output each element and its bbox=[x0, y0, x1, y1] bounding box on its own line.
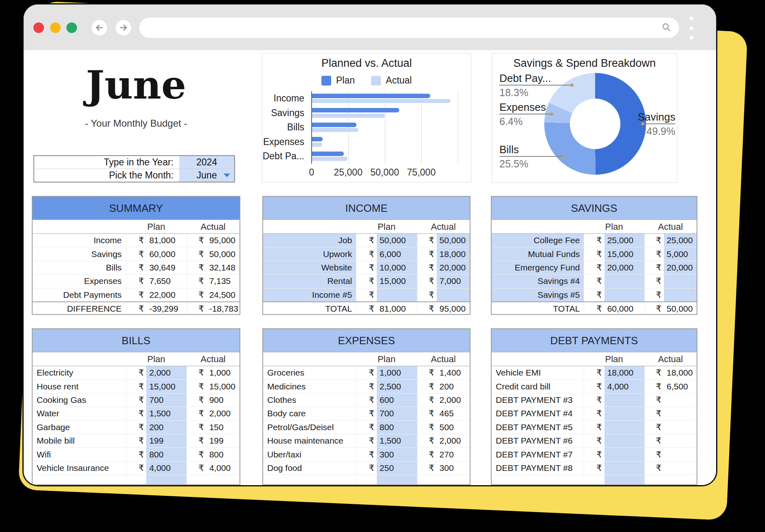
plan-value-cell[interactable]: -39,299 bbox=[146, 302, 187, 315]
row-label-cell[interactable]: DEBT PAYMENT #3 bbox=[492, 394, 584, 407]
row-label-cell[interactable]: Credit card bill bbox=[492, 380, 584, 393]
actual-value-cell[interactable] bbox=[664, 275, 697, 288]
actual-currency-cell[interactable]: ₹ bbox=[644, 421, 664, 434]
actual-value-cell[interactable]: 24,500 bbox=[207, 288, 240, 301]
row-label-cell[interactable]: Job bbox=[263, 234, 356, 247]
plan-currency-cell[interactable]: ₹ bbox=[126, 261, 147, 274]
plan-value-cell[interactable] bbox=[377, 288, 417, 301]
plan-currency-cell[interactable]: ₹ bbox=[356, 462, 377, 475]
plan-currency-cell[interactable]: ₹ bbox=[126, 448, 147, 461]
actual-value-cell[interactable] bbox=[437, 288, 470, 301]
actual-value-cell[interactable]: 18,000 bbox=[664, 366, 697, 379]
row-label-cell[interactable]: Petrol/Gas/Deisel bbox=[263, 421, 356, 434]
actual-value-cell[interactable]: 6,500 bbox=[664, 380, 697, 393]
plan-value-cell[interactable]: 20,000 bbox=[605, 261, 644, 274]
row-label-cell[interactable]: DEBT PAYMENT #6 bbox=[492, 434, 584, 447]
actual-currency-cell[interactable]: ₹ bbox=[417, 434, 437, 447]
row-label-cell[interactable]: Income bbox=[33, 234, 126, 247]
actual-value-cell[interactable]: 18,000 bbox=[437, 247, 470, 260]
row-label-cell[interactable]: Expenses bbox=[33, 275, 126, 288]
actual-currency-cell[interactable]: ₹ bbox=[644, 288, 664, 301]
actual-currency-cell[interactable]: ₹ bbox=[644, 302, 664, 315]
plan-value-cell[interactable]: 15,000 bbox=[146, 380, 187, 393]
actual-currency-cell[interactable]: ₹ bbox=[644, 380, 664, 393]
actual-value-cell[interactable]: 15,000 bbox=[207, 380, 240, 393]
plan-value-cell[interactable]: 22,000 bbox=[146, 288, 187, 301]
plan-currency-cell[interactable]: ₹ bbox=[126, 247, 147, 260]
year-input[interactable]: 2024 bbox=[179, 156, 234, 169]
actual-value-cell[interactable]: 32,148 bbox=[207, 261, 240, 274]
actual-currency-cell[interactable]: ₹ bbox=[644, 462, 664, 475]
plan-currency-cell[interactable]: ₹ bbox=[584, 421, 604, 434]
actual-value-cell[interactable]: 500 bbox=[437, 421, 470, 434]
plan-currency-cell[interactable]: ₹ bbox=[126, 275, 147, 288]
actual-value-cell[interactable]: 2,000 bbox=[437, 434, 470, 447]
plan-currency-cell[interactable]: ₹ bbox=[356, 434, 377, 447]
actual-value-cell[interactable]: 25,000 bbox=[664, 234, 697, 247]
row-label-cell[interactable]: Savings bbox=[33, 247, 126, 260]
plan-currency-cell[interactable]: ₹ bbox=[356, 407, 377, 420]
plan-currency-cell[interactable]: ₹ bbox=[584, 462, 604, 475]
plan-currency-cell[interactable]: ₹ bbox=[356, 394, 377, 407]
actual-currency-cell[interactable]: ₹ bbox=[187, 448, 206, 461]
plan-value-cell[interactable] bbox=[605, 288, 644, 301]
plan-value-cell[interactable]: 18,000 bbox=[605, 366, 644, 379]
plan-currency-cell[interactable]: ₹ bbox=[126, 394, 147, 407]
plan-value-cell[interactable]: 60,000 bbox=[146, 247, 187, 260]
plan-currency-cell[interactable]: ₹ bbox=[584, 380, 604, 393]
minimize-button[interactable] bbox=[50, 22, 61, 33]
actual-value-cell[interactable]: 50,000 bbox=[664, 302, 697, 315]
actual-value-cell[interactable] bbox=[664, 421, 697, 434]
actual-value-cell[interactable]: 800 bbox=[207, 448, 240, 461]
plan-currency-cell[interactable]: ₹ bbox=[584, 247, 604, 260]
actual-currency-cell[interactable]: ₹ bbox=[187, 380, 206, 393]
actual-value-cell[interactable]: 5,000 bbox=[664, 247, 697, 260]
plan-currency-cell[interactable]: ₹ bbox=[126, 434, 147, 447]
row-label-cell[interactable]: TOTAL bbox=[492, 302, 584, 315]
row-label-cell[interactable]: DEBT PAYMENT #7 bbox=[492, 448, 584, 461]
plan-currency-cell[interactable]: ₹ bbox=[356, 288, 377, 301]
actual-value-cell[interactable]: 465 bbox=[437, 407, 470, 420]
plan-value-cell[interactable]: 81,000 bbox=[146, 234, 187, 247]
row-label-cell[interactable]: Vehicle Insaurance bbox=[33, 462, 126, 475]
plan-currency-cell[interactable]: ₹ bbox=[584, 448, 604, 461]
actual-currency-cell[interactable]: ₹ bbox=[417, 302, 437, 315]
row-label-cell[interactable]: Groceries bbox=[263, 366, 356, 379]
row-label-cell[interactable]: House maintenance bbox=[263, 434, 356, 447]
plan-currency-cell[interactable]: ₹ bbox=[584, 234, 604, 247]
row-label-cell[interactable]: Mutual Funds bbox=[492, 247, 584, 260]
row-label-cell[interactable]: DEBT PAYMENT #5 bbox=[492, 421, 584, 434]
plan-value-cell[interactable]: 4,000 bbox=[146, 462, 187, 475]
plan-currency-cell[interactable]: ₹ bbox=[126, 366, 147, 379]
actual-value-cell[interactable]: 1,000 bbox=[207, 366, 240, 379]
row-label-cell[interactable]: TOTAL bbox=[263, 302, 356, 315]
actual-currency-cell[interactable]: ₹ bbox=[417, 462, 437, 475]
actual-value-cell[interactable]: -18,783 bbox=[207, 302, 240, 315]
actual-value-cell[interactable]: 300 bbox=[437, 462, 470, 475]
plan-currency-cell[interactable]: ₹ bbox=[584, 275, 604, 288]
actual-currency-cell[interactable]: ₹ bbox=[417, 448, 437, 461]
plan-value-cell[interactable] bbox=[605, 448, 644, 461]
plan-value-cell[interactable]: 50,000 bbox=[377, 234, 417, 247]
row-label-cell[interactable]: Upwork bbox=[263, 247, 356, 260]
plan-currency-cell[interactable]: ₹ bbox=[356, 302, 377, 315]
row-label-cell[interactable]: Bills bbox=[33, 261, 126, 274]
actual-value-cell[interactable]: 2,000 bbox=[207, 407, 240, 420]
row-label-cell[interactable]: DIFFERENCE bbox=[33, 302, 126, 315]
actual-value-cell[interactable]: 7,000 bbox=[437, 275, 470, 288]
row-label-cell[interactable]: Electricity bbox=[33, 366, 126, 379]
actual-currency-cell[interactable]: ₹ bbox=[187, 434, 206, 447]
plan-value-cell[interactable]: 800 bbox=[146, 448, 187, 461]
plan-currency-cell[interactable]: ₹ bbox=[584, 407, 604, 420]
plan-currency-cell[interactable]: ₹ bbox=[356, 234, 377, 247]
plan-currency-cell[interactable]: ₹ bbox=[356, 261, 377, 274]
plan-currency-cell[interactable]: ₹ bbox=[584, 394, 604, 407]
planned-vs-actual-chart[interactable]: Planned vs. Actual Plan Actual IncomeSav… bbox=[262, 53, 471, 182]
plan-currency-cell[interactable]: ₹ bbox=[126, 407, 147, 420]
actual-currency-cell[interactable]: ₹ bbox=[644, 366, 664, 379]
plan-value-cell[interactable]: 2,000 bbox=[146, 366, 187, 379]
plan-currency-cell[interactable]: ₹ bbox=[356, 366, 377, 379]
actual-value-cell[interactable]: 150 bbox=[207, 421, 240, 434]
search-icon[interactable] bbox=[662, 22, 671, 32]
row-label-cell[interactable]: Income #5 bbox=[263, 288, 356, 301]
